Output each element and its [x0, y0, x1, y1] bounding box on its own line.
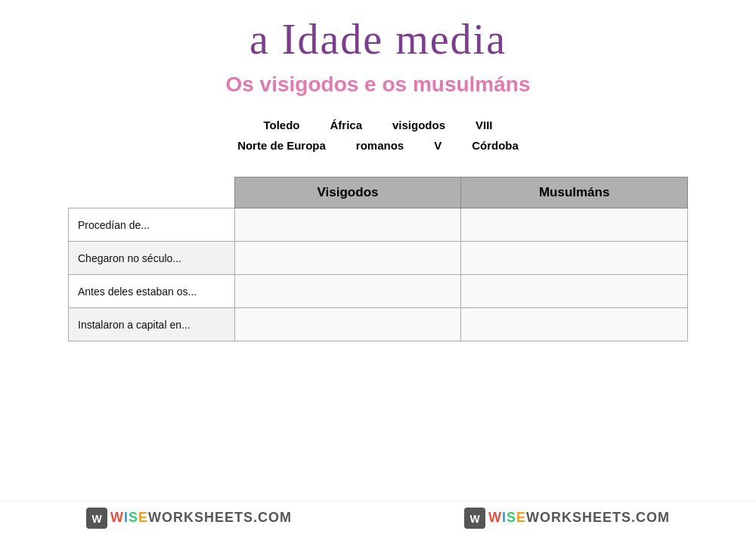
answer-cell-musulmans-1[interactable] — [461, 208, 688, 242]
footer: W WISEWORKSHEETS.COM W WISEWORKSHEETS.CO… — [0, 501, 756, 534]
comparison-table-container: Visigodos Musulmáns Procedían de... Cheg… — [68, 177, 688, 341]
table-row: Chegaron no século... — [69, 242, 688, 275]
word-bank-row2: Norte de Europa romanos V Córdoba — [237, 135, 519, 156]
row-label-4: Instalaron a capital en... — [69, 308, 235, 341]
answer-cell-musulmans-2[interactable] — [461, 242, 688, 275]
comparison-table: Visigodos Musulmáns Procedían de... Cheg… — [68, 177, 688, 341]
answer-cell-visigodos-1[interactable] — [234, 208, 461, 242]
row-label-1: Procedían de... — [69, 208, 235, 242]
col-header-musulmans: Musulmáns — [461, 177, 688, 208]
word-toledo: Toledo — [263, 115, 299, 135]
answer-cell-visigodos-3[interactable] — [234, 275, 461, 308]
word-visigodos: visigodos — [392, 115, 445, 135]
footer-logo-icon-right: W — [464, 508, 485, 529]
table-row: Antes deles estaban os... — [69, 275, 688, 308]
word-bank-row1: Toledo África visigodos VIII — [237, 115, 519, 135]
page-container: a Idade media Os visigodos e os musulmán… — [0, 0, 756, 534]
footer-logo-right: W WISEWORKSHEETS.COM — [464, 508, 670, 529]
word-v: V — [434, 135, 442, 156]
footer-logo-icon-left: W — [86, 508, 107, 529]
answer-cell-visigodos-4[interactable] — [234, 308, 461, 341]
word-cordoba: Córdoba — [472, 135, 519, 156]
word-bank: Toledo África visigodos VIII Norte de Eu… — [237, 115, 519, 156]
word-viii: VIII — [476, 115, 493, 135]
svg-text:W: W — [469, 513, 480, 525]
answer-cell-visigodos-2[interactable] — [234, 242, 461, 275]
footer-text-left: WISEWORKSHEETS.COM — [110, 510, 292, 526]
main-title: a Idade media — [249, 15, 507, 63]
footer-logo-left: W WISEWORKSHEETS.COM — [86, 508, 292, 529]
answer-cell-musulmans-3[interactable] — [461, 275, 688, 308]
word-norte-europa: Norte de Europa — [237, 135, 326, 156]
table-row: Instalaron a capital en... — [69, 308, 688, 341]
subtitle: Os visigodos e os musulmáns — [225, 73, 530, 97]
row-label-2: Chegaron no século... — [69, 242, 235, 275]
row-label-3: Antes deles estaban os... — [69, 275, 235, 308]
word-africa: África — [330, 115, 362, 135]
col-header-visigodos: Visigodos — [234, 177, 461, 208]
svg-text:W: W — [91, 513, 102, 525]
answer-cell-musulmans-4[interactable] — [461, 308, 688, 341]
empty-header — [69, 177, 235, 208]
table-row: Procedían de... — [69, 208, 688, 242]
footer-text-right: WISEWORKSHEETS.COM — [488, 510, 670, 526]
word-romanos: romanos — [356, 135, 404, 156]
